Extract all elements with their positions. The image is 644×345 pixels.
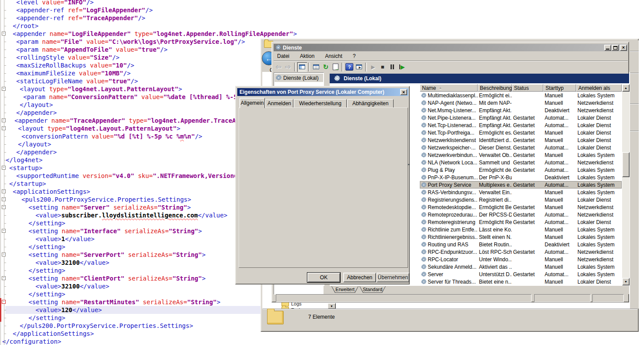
service-row[interactable]: Port Proxy ServiceMultiplexes e...Gestar…	[420, 181, 622, 189]
item-count: 7 Elemente	[308, 314, 335, 320]
service-cell: Gestartet	[512, 152, 543, 158]
service-row[interactable]: Routing und RASBietet Routin...Deaktivie…	[420, 241, 622, 248]
tab-standard[interactable]: Standard	[359, 286, 386, 293]
cancel-button[interactable]: Abbrechen	[343, 273, 376, 282]
dropdown-button[interactable]: ▼	[327, 303, 336, 309]
menu-datei[interactable]: Datei	[274, 52, 293, 60]
service-row[interactable]: RAS-Verbindungsv...Verwaltet Ein...Manue…	[420, 189, 622, 196]
menu-help[interactable]: ?	[349, 52, 359, 60]
tab-wiederherstellung[interactable]: Wiederherstellung	[294, 99, 347, 108]
export-list-button[interactable]: →	[331, 62, 340, 72]
tab-abhaengigkeiten[interactable]: Abhängigkeiten	[347, 99, 394, 108]
apply-button[interactable]: Übernehmen	[377, 273, 409, 282]
scroll-up-button[interactable]: ▲	[622, 84, 630, 92]
service-cell: Lokales System	[576, 234, 622, 240]
properties-button[interactable]	[311, 62, 321, 72]
fold-collapse-box[interactable]: −	[2, 87, 6, 91]
fold-collapse-box[interactable]: −	[2, 118, 6, 122]
toggle-console-tree-button[interactable]	[297, 62, 307, 72]
service-row[interactable]: Remoteprozedurau...Der RPCSS-Di...Gestar…	[420, 211, 622, 218]
fold-collapse-box[interactable]: −	[2, 300, 6, 304]
tab-anmelden[interactable]: Anmelden	[265, 99, 293, 108]
help-button[interactable]: ?	[345, 62, 354, 72]
service-cell: Remoteregistrierung	[420, 219, 478, 225]
service-row[interactable]: Netzwerkspeicher-...Dieser Dienst...Gest…	[420, 144, 622, 151]
service-row[interactable]: ServerUnterstützt D...GestartetAutomat..…	[420, 270, 622, 278]
restart-service-button[interactable]: ▶	[397, 62, 407, 72]
back-button[interactable]: ⇦	[274, 62, 283, 72]
column-header-starttyp[interactable]: Starttyp	[543, 84, 576, 92]
tree-node-dienste-lokal[interactable]: Dienste (Lokal)	[274, 74, 323, 82]
fold-collapse-box[interactable]: −	[2, 205, 6, 209]
extended-view-button[interactable]	[354, 62, 364, 72]
service-row[interactable]: Net.Tcp-Listenerad...Empfängt Akt...Gest…	[420, 121, 622, 129]
fold-collapse-box[interactable]: −	[2, 126, 6, 130]
code-line[interactable]: <appender-ref ref="TraceAppender"/>	[2, 14, 644, 22]
refresh-button[interactable]: ↻	[321, 62, 331, 72]
column-header-anmelden-als[interactable]: Anmelden als	[576, 84, 622, 92]
service-row[interactable]: Richtlinie zum Entfe...Lässt eine Ko...M…	[420, 226, 622, 233]
menu-aktion[interactable]: Aktion	[296, 52, 318, 60]
service-row[interactable]: Net.Tcp-Portfreiga...Ermöglicht es...Ges…	[420, 129, 622, 136]
service-row[interactable]: Net.Pipe-Listenera...Empfängt Akt...Gest…	[420, 114, 622, 121]
ok-button[interactable]: OK	[307, 273, 340, 282]
service-row[interactable]: Net.Msmq-Listener...Empfängt Akt...Deakt…	[420, 107, 622, 114]
service-row[interactable]: PnP-X-IP-Busenum...Der PnP-X-Bu...Deakti…	[420, 174, 622, 181]
service-row[interactable]: Sekundäre Anmeld...Aktiviert das ...Manu…	[420, 263, 622, 270]
code-line[interactable]: <level value="INFO"/>	[2, 0, 644, 6]
minimize-button[interactable]	[604, 45, 611, 51]
start-service-button[interactable]: ▶	[368, 62, 378, 72]
column-header-name[interactable]: Name ▲	[420, 84, 478, 92]
service-row[interactable]: NAP-Agent (Netwo...Mit dem NAP-...Manuel…	[420, 99, 622, 107]
service-row[interactable]: NetzwerklistendienstIdentifiziert d...Ge…	[420, 136, 622, 144]
pause-service-button[interactable]	[387, 62, 397, 72]
scrollbar-thumb[interactable]	[622, 152, 630, 177]
code-line[interactable]: <appender name="LogFileAppender" type="l…	[2, 30, 644, 38]
scroll-down-button[interactable]: ▼	[622, 278, 630, 285]
service-row[interactable]: Netzwerkverbindun...Verwaltet Ob...Gesta…	[420, 151, 622, 159]
gutter-tick	[4, 176, 6, 176]
fold-collapse-box[interactable]: −	[2, 229, 6, 233]
close-button[interactable]: ×	[400, 89, 407, 95]
service-row[interactable]: Remotedesktopdie...Ermöglicht Be...Gesta…	[420, 203, 622, 211]
column-header-status[interactable]: Status	[512, 84, 543, 92]
menu-ansicht[interactable]: Ansicht	[321, 52, 345, 60]
service-row[interactable]: NLA (Network Loca...Sammelt und ...Gesta…	[420, 159, 622, 166]
code-line[interactable]: <appender-ref ref="LogFileAppender"/>	[2, 6, 644, 14]
tab-erweitert[interactable]: Erweitert	[331, 286, 359, 293]
column-header-beschreibung[interactable]: Beschreibung	[478, 84, 512, 92]
maximize-button[interactable]	[612, 45, 619, 51]
code-folding-gutter[interactable]: −−−−−−−−−−−−	[0, 0, 8, 345]
console-tree-icon	[299, 64, 305, 69]
fold-collapse-box[interactable]: −	[2, 189, 6, 193]
service-row[interactable]: Multimediaklassenpl...Ermöglicht ei...Ma…	[420, 92, 622, 99]
stop-service-button[interactable]: ■	[378, 62, 387, 72]
service-row[interactable]: Server für Threads...Bietet eine n...Man…	[420, 278, 622, 285]
code-line[interactable]: </root>	[2, 22, 644, 30]
services-titlebar[interactable]: Dienste ×	[274, 44, 628, 51]
service-cell: Manuell	[543, 100, 576, 106]
code-line[interactable]: </configuration>	[2, 338, 644, 345]
gear-icon	[421, 115, 426, 121]
fold-collapse-box[interactable]: −	[2, 32, 6, 36]
service-cell: Net.Pipe-Listenera...	[420, 115, 478, 121]
service-row[interactable]: RemoteregistrierungErmöglicht Re...Gesta…	[420, 218, 622, 226]
fold-collapse-box[interactable]: −	[2, 197, 6, 201]
fold-collapse-box[interactable]: −	[2, 253, 6, 256]
list-scrollbar[interactable]: ▲ ▼	[622, 84, 630, 285]
tab-allgemein[interactable]: Allgemein	[239, 98, 265, 108]
service-cell: Manuell	[543, 130, 576, 136]
refresh-icon: ↻	[323, 63, 329, 71]
service-row[interactable]: RPC-Endpunktzuor...Löst RPC-Sch...Gestar…	[420, 248, 622, 256]
fold-collapse-box[interactable]: −	[2, 276, 6, 280]
service-row[interactable]: Registrierungsdiens...Registriert di...M…	[420, 196, 622, 203]
dialog-titlebar[interactable]: Eigenschaften von Port Proxy Service (Lo…	[237, 88, 408, 96]
service-row[interactable]: Plug & PlayErmöglicht de...GestartetAuto…	[420, 166, 622, 174]
forward-button[interactable]: ⇨	[283, 62, 293, 72]
service-cell: Port Proxy Service	[420, 182, 478, 188]
service-row[interactable]: Richtlinienergebniss...Stellt einen N...…	[420, 233, 622, 241]
fold-collapse-box[interactable]: −	[2, 166, 6, 170]
close-button[interactable]: ×	[620, 45, 627, 51]
gutter-tick	[4, 341, 6, 342]
service-row[interactable]: RPC-LocatorUnter Windo...ManuellNetzwerk…	[420, 256, 622, 263]
